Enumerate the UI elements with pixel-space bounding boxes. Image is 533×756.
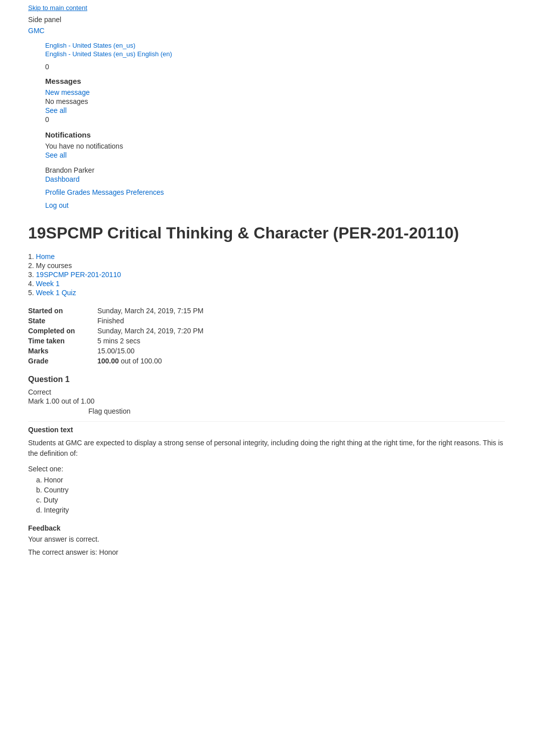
- language-option-1: English - United States (en_us): [45, 42, 533, 49]
- correct-answer: The correct answer is: Honor: [28, 548, 505, 556]
- message-count-top: 0: [0, 61, 533, 73]
- notifications-title: Notifications: [45, 131, 533, 139]
- messages-section: Messages New message No messages See all…: [0, 73, 533, 127]
- grade-value: 100.00 out of 100.00: [97, 357, 162, 365]
- marks-value: 15.00/15.00: [97, 347, 135, 355]
- no-messages-text: No messages: [45, 97, 533, 105]
- breadcrumb-course-link[interactable]: 19SPCMP PER-201-20110: [36, 271, 121, 279]
- breadcrumb-item-3: 3. 19SPCMP PER-201-20110: [28, 271, 505, 279]
- grades-link[interactable]: Grades: [67, 188, 90, 196]
- grade-label: Grade: [28, 357, 93, 365]
- messages-nav-link[interactable]: Messages: [92, 188, 124, 196]
- question-status: Correct: [28, 388, 505, 396]
- messages-title: Messages: [45, 77, 533, 85]
- new-message-link[interactable]: New message: [45, 88, 533, 96]
- marks-row: Marks 15.00/15.00: [28, 347, 505, 355]
- quiz-info: Started on Sunday, March 24, 2019, 7:15 …: [28, 307, 505, 365]
- breadcrumb-week1-link[interactable]: Week 1: [36, 280, 60, 288]
- user-block: Brandon Parker Dashboard: [0, 162, 533, 186]
- language-block: English - United States (en_us) English …: [0, 39, 533, 61]
- option-c: c. Duty: [36, 496, 505, 504]
- breadcrumb-item-1: 1. Home: [28, 253, 505, 261]
- grade-out-of: out of 100.00: [121, 357, 162, 365]
- state-row: State Finished: [28, 317, 505, 325]
- started-on-row: Started on Sunday, March 24, 2019, 7:15 …: [28, 307, 505, 315]
- gmc-link[interactable]: GMC: [0, 26, 533, 39]
- started-on-value: Sunday, March 24, 2019, 7:15 PM: [97, 307, 203, 315]
- started-on-label: Started on: [28, 307, 93, 315]
- notifications-see-all-link[interactable]: See all: [45, 151, 533, 159]
- completed-on-label: Completed on: [28, 327, 93, 335]
- notifications-section: Notifications You have no notifications …: [0, 127, 533, 162]
- breadcrumb-home-link[interactable]: Home: [36, 253, 55, 261]
- question-text-label: Question text: [28, 421, 505, 434]
- language-option-2: English - United States (en_us) English …: [45, 50, 533, 58]
- flag-question: Flag question: [88, 407, 505, 415]
- marks-label: Marks: [28, 347, 93, 355]
- select-one-prompt: Select one:: [28, 465, 505, 473]
- grade-row: Grade 100.00 out of 100.00: [28, 357, 505, 365]
- no-notifications-text: You have no notifications: [45, 142, 533, 150]
- breadcrumb-my-courses: 2.: [28, 262, 36, 270]
- breadcrumb-item-4: 4. Week 1: [28, 280, 505, 288]
- feedback-text: Your answer is correct.: [28, 535, 505, 543]
- state-value: Finished: [97, 317, 124, 325]
- state-label: State: [28, 317, 93, 325]
- messages-see-all-link[interactable]: See all: [45, 106, 533, 114]
- messages-count: 0: [45, 115, 533, 123]
- completed-on-value: Sunday, March 24, 2019, 7:20 PM: [97, 327, 203, 335]
- preferences-link[interactable]: Preferences: [126, 188, 164, 196]
- dashboard-link[interactable]: Dashboard: [45, 175, 533, 183]
- completed-on-row: Completed on Sunday, March 24, 2019, 7:2…: [28, 327, 505, 335]
- options-list: a. Honor b. Country c. Duty d. Integrity: [28, 476, 505, 514]
- breadcrumb-item-2: 2. My courses: [28, 262, 505, 270]
- time-taken-row: Time taken 5 mins 2 secs: [28, 337, 505, 345]
- question-1-header: Question 1: [28, 375, 505, 384]
- user-name: Brandon Parker: [45, 166, 533, 174]
- nav-links: Profile Grades Messages Preferences: [0, 186, 533, 198]
- grade-number: 100.00: [97, 357, 119, 365]
- feedback-label: Feedback: [28, 520, 505, 532]
- main-content: 19SPCMP Critical Thinking & Character (P…: [0, 213, 533, 571]
- time-taken-value: 5 mins 2 secs: [97, 337, 141, 345]
- question-mark: Mark 1.00 out of 1.00: [28, 397, 505, 405]
- breadcrumb-item-5: 5. Week 1 Quiz: [28, 289, 505, 297]
- profile-link[interactable]: Profile: [45, 188, 65, 196]
- side-panel-label: Side panel: [0, 14, 533, 26]
- logout-link[interactable]: Log out: [0, 198, 533, 213]
- question-body: Students at GMC are expected to display …: [28, 438, 505, 459]
- option-d: d. Integrity: [36, 506, 505, 514]
- page-title: 19SPCMP Critical Thinking & Character (P…: [28, 223, 505, 242]
- option-a: a. Honor: [36, 476, 505, 484]
- skip-to-main-link[interactable]: Skip to main content: [0, 0, 533, 14]
- breadcrumb: 1. Home 2. My courses 3. 19SPCMP PER-201…: [28, 253, 505, 297]
- option-b: b. Country: [36, 486, 505, 494]
- breadcrumb-quiz-link[interactable]: Week 1 Quiz: [36, 289, 76, 297]
- time-taken-label: Time taken: [28, 337, 93, 345]
